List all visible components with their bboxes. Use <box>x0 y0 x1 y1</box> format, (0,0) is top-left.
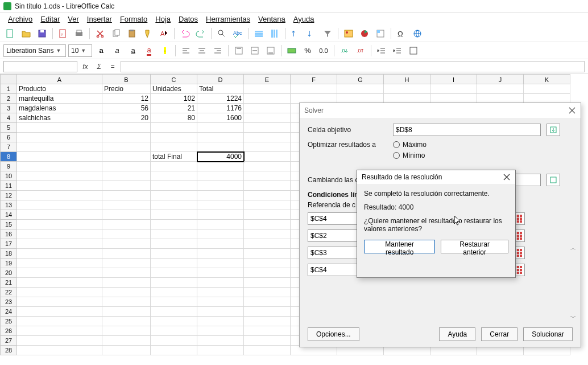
select-all-corner[interactable] <box>0 74 17 84</box>
cell[interactable] <box>17 259 102 268</box>
cell[interactable] <box>244 94 291 104</box>
menu-formato[interactable]: Formato <box>117 14 151 24</box>
chart-icon[interactable] <box>358 27 371 40</box>
cell[interactable] <box>244 123 291 133</box>
cell[interactable] <box>197 297 244 307</box>
cell[interactable] <box>244 162 291 171</box>
cell[interactable] <box>197 326 244 336</box>
close-button[interactable]: Cerrar <box>481 327 517 341</box>
cell[interactable] <box>244 171 291 181</box>
cell[interactable] <box>17 181 102 191</box>
cell[interactable] <box>102 220 151 229</box>
row-header[interactable]: 6 <box>0 133 17 142</box>
cell[interactable] <box>17 229 102 239</box>
cell[interactable] <box>244 259 291 268</box>
cell[interactable]: magdalenas <box>17 104 102 113</box>
cell[interactable] <box>244 326 291 336</box>
cell[interactable] <box>102 268 151 278</box>
cell[interactable] <box>244 84 291 94</box>
column-icon[interactable] <box>268 27 281 40</box>
cell[interactable] <box>244 210 291 220</box>
cell[interactable]: 1176 <box>197 104 244 113</box>
row-header[interactable]: 11 <box>0 181 17 191</box>
new-icon[interactable] <box>3 27 17 40</box>
cell[interactable] <box>17 191 102 200</box>
cell[interactable] <box>197 142 244 152</box>
fx-icon[interactable]: fx <box>80 63 91 71</box>
row-header[interactable]: 17 <box>0 239 17 249</box>
cell[interactable] <box>102 288 151 297</box>
cell[interactable] <box>102 307 151 317</box>
cell[interactable] <box>151 191 197 200</box>
cell[interactable] <box>102 200 151 210</box>
cell[interactable] <box>102 326 151 336</box>
column-header[interactable]: K <box>524 74 570 84</box>
row-header[interactable]: 27 <box>0 336 17 346</box>
formula-input[interactable] <box>121 61 585 72</box>
row-header[interactable]: 7 <box>0 142 17 152</box>
menu-herramientas[interactable]: Herramientas <box>202 14 254 24</box>
cell[interactable] <box>102 162 151 171</box>
cell[interactable] <box>151 210 197 220</box>
align-right-icon[interactable] <box>211 44 225 58</box>
cell[interactable] <box>197 278 244 288</box>
cell[interactable] <box>102 171 151 181</box>
row-header[interactable]: 24 <box>0 307 17 317</box>
row-header[interactable]: 1 <box>0 84 17 94</box>
cell[interactable]: 21 <box>151 104 197 113</box>
cell[interactable] <box>197 288 244 297</box>
cell[interactable] <box>151 181 197 191</box>
cell[interactable] <box>197 133 244 142</box>
cell[interactable] <box>430 84 477 94</box>
open-icon[interactable] <box>19 27 33 40</box>
cell[interactable] <box>17 133 102 142</box>
name-box[interactable] <box>3 61 77 72</box>
sort-asc-icon[interactable] <box>289 27 303 40</box>
solve-button[interactable]: Solucionar <box>523 327 573 341</box>
cell[interactable]: total Final <box>151 152 197 162</box>
cell[interactable] <box>17 152 102 162</box>
cell[interactable] <box>102 249 151 259</box>
cell[interactable]: Precio <box>102 84 151 94</box>
help-button[interactable]: Ayuda <box>439 327 475 341</box>
cell[interactable] <box>197 346 244 355</box>
cell[interactable] <box>151 229 197 239</box>
row-header[interactable]: 10 <box>0 171 17 181</box>
copy-icon[interactable] <box>109 27 123 40</box>
clear-format-icon[interactable]: A <box>157 27 171 40</box>
cell[interactable] <box>244 297 291 307</box>
cell[interactable] <box>197 307 244 317</box>
cell[interactable]: Total <box>197 84 244 94</box>
row-header[interactable]: 15 <box>0 220 17 229</box>
row-header[interactable]: 12 <box>0 191 17 200</box>
cell[interactable] <box>151 239 197 249</box>
cell[interactable] <box>151 288 197 297</box>
menu-insertar[interactable]: Insertar <box>84 14 115 24</box>
cell[interactable] <box>102 123 151 133</box>
cell[interactable] <box>17 210 102 220</box>
row-header[interactable]: 28 <box>0 346 17 355</box>
cell[interactable] <box>151 326 197 336</box>
column-header[interactable]: A <box>17 74 102 84</box>
align-center-icon[interactable] <box>195 44 209 58</box>
cell[interactable] <box>197 200 244 210</box>
cell[interactable]: 12 <box>102 94 151 104</box>
cell[interactable] <box>151 133 197 142</box>
cell[interactable] <box>477 84 524 94</box>
cell[interactable] <box>244 113 291 123</box>
column-header[interactable]: D <box>197 74 244 84</box>
cell[interactable] <box>244 229 291 239</box>
cell[interactable] <box>151 278 197 288</box>
cell[interactable] <box>197 191 244 200</box>
row-header[interactable]: 19 <box>0 259 17 268</box>
cell[interactable] <box>244 268 291 278</box>
cell[interactable] <box>102 210 151 220</box>
cell[interactable] <box>17 288 102 297</box>
scroll-up-icon[interactable]: ︿ <box>570 245 576 251</box>
cell[interactable]: 1600 <box>197 113 244 123</box>
cell[interactable] <box>524 84 570 94</box>
radio-min[interactable]: Mínimo <box>393 151 426 159</box>
cell[interactable] <box>102 152 151 162</box>
undo-icon[interactable] <box>178 27 192 40</box>
cell[interactable] <box>151 123 197 133</box>
